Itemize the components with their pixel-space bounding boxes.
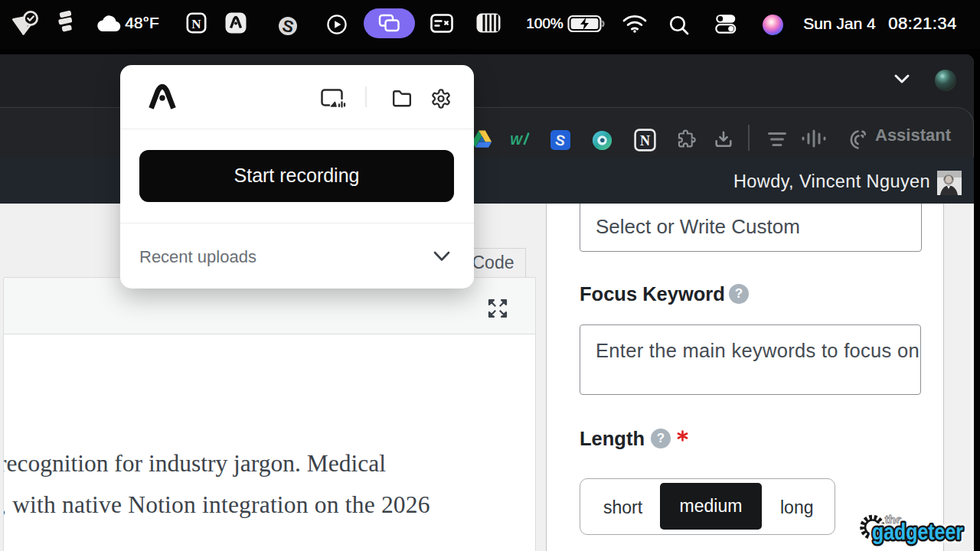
svg-text:gadgeteer: gadgeteer [872, 519, 963, 544]
svg-text:N: N [640, 133, 650, 148]
svg-text:W: W [510, 133, 524, 148]
svg-text:N: N [191, 17, 201, 31]
